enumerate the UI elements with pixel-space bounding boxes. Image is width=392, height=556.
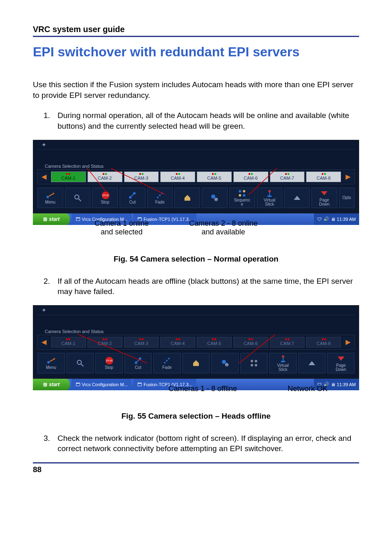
cut-button[interactable]: Cut: [125, 353, 152, 373]
magnifier-icon: [76, 359, 84, 367]
svg-point-44: [281, 361, 286, 362]
camera-button-1[interactable]: CAM-1: [51, 171, 86, 182]
svg-point-7: [157, 197, 159, 198]
svg-point-19: [267, 195, 272, 197]
svg-point-34: [168, 358, 170, 359]
svg-point-13: [239, 190, 241, 192]
scene-button[interactable]: x: [211, 353, 239, 373]
zoom-button[interactable]: [67, 353, 94, 373]
annotations: Cameras 1 - 8 offline Network OK: [33, 385, 359, 405]
camera-button-8[interactable]: CAM-8: [306, 171, 341, 182]
chevron-left-icon: ◀: [42, 338, 46, 346]
figure-caption: Fig. 54 Camera selection – Normal operat…: [33, 255, 359, 264]
annotation-2: Network OK: [288, 385, 327, 394]
page-down-button[interactable]: Page Down: [327, 353, 355, 373]
camera-button-6[interactable]: CAM-6: [233, 337, 268, 348]
home-button[interactable]: [174, 188, 200, 208]
cam-label: CAM-3: [134, 176, 148, 181]
next-camera-button[interactable]: ▶: [343, 171, 353, 182]
cut-icon: [134, 357, 142, 365]
app-window: ✦ Camera Selection and Status ◀ CAM-1 CA…: [33, 305, 359, 379]
fade-icon: [156, 191, 164, 199]
camera-button-3[interactable]: CAM-3: [124, 337, 159, 348]
cam-label: CAM-2: [98, 341, 112, 346]
camera-button-8[interactable]: CAM-8: [306, 337, 341, 348]
cam-label: CAM-5: [207, 341, 221, 346]
camera-button-3[interactable]: CAM-3: [124, 171, 159, 182]
scene-button[interactable]: x: [202, 188, 228, 208]
step-number: 3.: [33, 433, 58, 454]
svg-point-39: [255, 360, 257, 362]
app-window: ✦ Camera Selection and Status ◀ CAM-1 CA…: [33, 140, 359, 213]
camera-button-2[interactable]: CAM-2: [88, 171, 122, 182]
stop-button[interactable]: STOP Stop: [95, 353, 123, 373]
fade-button[interactable]: Fade: [147, 188, 173, 208]
cam-label: CAM-7: [280, 176, 294, 181]
step-3: 3. Check the network indicator (bottom r…: [33, 433, 359, 454]
stop-icon: STOP: [105, 357, 113, 365]
stop-button[interactable]: STOP Stop: [92, 188, 118, 208]
chevron-left-icon: ◀: [42, 173, 46, 181]
tool-label: Page Down: [336, 364, 346, 372]
svg-point-16: [243, 194, 245, 197]
cut-button[interactable]: Cut: [120, 188, 145, 208]
svg-line-2: [78, 199, 81, 201]
fade-button[interactable]: Fade: [153, 353, 181, 373]
page-up-icon: [308, 359, 316, 367]
intro-text: Use this section if the Fusion system in…: [33, 79, 359, 100]
svg-point-41: [255, 364, 257, 366]
camera-button-5[interactable]: CAM-5: [197, 337, 232, 348]
menu-button[interactable]: Menu: [37, 188, 63, 208]
home-icon: [192, 359, 200, 367]
page-down-icon: [337, 354, 345, 363]
page-up-button[interactable]: [284, 188, 310, 208]
next-camera-button[interactable]: ▶: [343, 337, 353, 348]
magnifier-icon: [74, 194, 82, 202]
svg-marker-21: [321, 191, 327, 195]
page-title: EPI switchover with redundant EPI server…: [33, 44, 359, 60]
camera-button-4[interactable]: CAM-4: [160, 171, 195, 182]
step-1: 1. During normal operation, all of the A…: [33, 110, 359, 131]
scene-icon: x: [210, 194, 219, 202]
virtual-stick-button[interactable]: Virtual Stick: [257, 188, 283, 208]
camera-button-2[interactable]: CAM-2: [88, 337, 122, 348]
camera-button-4[interactable]: CAM-4: [160, 337, 195, 348]
svg-point-38: [251, 360, 253, 362]
sequence-button[interactable]: [240, 353, 268, 373]
camera-button-5[interactable]: CAM-5: [197, 171, 232, 182]
prev-camera-button[interactable]: ◀: [39, 337, 49, 348]
camera-button-1[interactable]: CAM-1: [51, 337, 86, 348]
page-number: 88: [33, 462, 359, 474]
prev-camera-button[interactable]: ◀: [39, 171, 49, 182]
cam-label: CAM-1: [61, 176, 75, 181]
pin-icon: ✦: [42, 141, 46, 148]
page-up-button[interactable]: [298, 353, 326, 373]
section-label: Camera Selection and Status: [33, 315, 359, 335]
section-label: Camera Selection and Status: [33, 150, 359, 169]
svg-text:STOP: STOP: [102, 194, 109, 197]
camera-button-6[interactable]: CAM-6: [233, 171, 268, 182]
zoom-button[interactable]: [65, 188, 91, 208]
camera-button-7[interactable]: CAM-7: [270, 171, 305, 182]
tool-label: Stop: [105, 366, 113, 370]
svg-marker-46: [338, 357, 344, 361]
home-button[interactable]: [182, 353, 210, 373]
tool-label: Virtual Stick: [264, 198, 275, 206]
opts-button[interactable]: Opts: [339, 188, 355, 208]
step-text: During normal operation, all of the Auto…: [58, 110, 359, 131]
menu-button[interactable]: Menu: [37, 353, 65, 373]
sequence-button[interactable]: Sequenc e: [229, 188, 255, 208]
cam-label: CAM-7: [280, 341, 294, 346]
camera-button-7[interactable]: CAM-7: [270, 337, 305, 348]
svg-point-1: [75, 195, 79, 199]
annotation-2: Cameras 2 - 8 online and available: [189, 219, 258, 237]
tool-label: Fade: [162, 366, 172, 370]
page-down-button[interactable]: Page Down: [311, 188, 337, 208]
tool-label: Stop: [101, 200, 109, 204]
tool-label: Fade: [155, 200, 165, 204]
annotation-1: Cameras 1 - 8 offline: [168, 385, 237, 394]
virtual-stick-button[interactable]: Virtual Stick: [269, 353, 297, 373]
svg-point-25: [47, 361, 50, 364]
joystick-icon: [265, 189, 274, 197]
cam-label: CAM-2: [98, 176, 112, 181]
